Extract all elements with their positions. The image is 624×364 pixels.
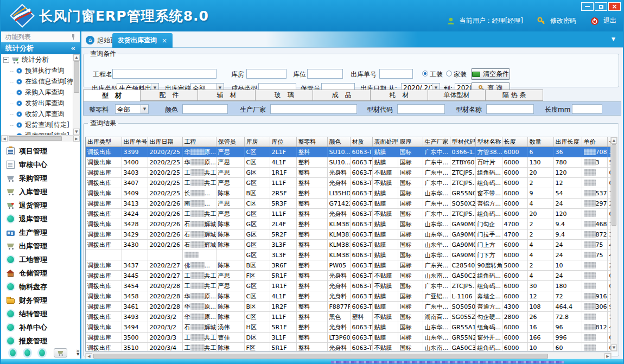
- scroll-up-icon[interactable]: ▲: [73, 54, 80, 61]
- tree-item[interactable]: --采购入库查询: [1, 87, 73, 98]
- table-vertical-scrollbar[interactable]: ▲ ▼: [610, 137, 617, 352]
- maximize-button[interactable]: [595, 2, 607, 11]
- tree-item[interactable]: --退库管理[待定]: [1, 130, 73, 135]
- material-tab-2[interactable]: 辅 材: [198, 90, 256, 101]
- length-input[interactable]: [572, 104, 602, 114]
- location-input[interactable]: [307, 69, 343, 79]
- table-row[interactable]: 调拨出库34542020/2/28工共工程严思G区1R1F整料光身料6063-T…: [86, 281, 612, 291]
- material-tab-3[interactable]: 玻 璃: [256, 90, 313, 101]
- radio-jiazhuang[interactable]: [446, 71, 452, 76]
- material-tab-6[interactable]: 单体型材: [428, 90, 486, 101]
- tree-item[interactable]: --预算执行查询: [1, 65, 73, 76]
- sidebar-module[interactable]: 结转管理: [1, 307, 80, 321]
- column-header[interactable]: 出库类型: [86, 137, 122, 147]
- column-header[interactable]: 库房: [244, 137, 270, 147]
- column-header[interactable]: 型材名称: [475, 137, 502, 147]
- table-row[interactable]: 调拨出库34132020/2/26南...严思C区5R3F整料G71422606…: [86, 199, 612, 209]
- table-row[interactable]: G区3L3F整料KLM38176063-T5贴膜国标山东华...GA90M09.…: [86, 250, 612, 260]
- table-row[interactable]: 调拨出库34372020/2/27佛...陈琳B区3R6F整料PW056063-…: [86, 260, 612, 271]
- table-row[interactable]: 调拨出库34932020/3/2华原...陈琳C区1L1F整料黑色塑料不贴膜国标…: [86, 312, 612, 322]
- scroll-down-icon[interactable]: ▼: [73, 129, 80, 135]
- column-header[interactable]: 出库日期: [148, 137, 182, 147]
- tree-horizontal-scrollbar[interactable]: ◀ ▶: [1, 135, 80, 142]
- table-row[interactable]: 调拨出库34942020/3/2石辉城汤伟H区5R1F整料光身料6063-T5贴…: [86, 322, 612, 333]
- scroll-right-icon[interactable]: ▶: [73, 136, 80, 142]
- whole-part-combo[interactable]: 全部▼: [115, 104, 149, 114]
- column-header[interactable]: 保管员: [216, 137, 244, 147]
- close-button[interactable]: ×: [608, 2, 621, 11]
- sidebar-module[interactable]: 退库管理: [1, 212, 80, 226]
- sidebar-module[interactable]: 生产管理: [1, 226, 80, 239]
- tree-item[interactable]: --退货查询[待定]: [1, 119, 73, 130]
- sidebar-module[interactable]: 入库管理: [1, 185, 80, 199]
- toolbar-dot-icon[interactable]: [39, 349, 45, 356]
- tree-hscroll-thumb[interactable]: [9, 136, 62, 141]
- toolbar-overflow-chevron[interactable]: »▼: [76, 349, 80, 356]
- order-no-input[interactable]: [379, 69, 413, 79]
- table-row[interactable]: 调拨出库35002020/3/3工共工程曹佳D区3L1F整料LT3P606063…: [86, 333, 612, 343]
- material-tab-5[interactable]: 耗 材: [371, 90, 428, 101]
- table-row[interactable]: 调拨出库35102020/3/4工共工程陈琳F区5R1F整料光身料6063-T5…: [86, 343, 612, 352]
- table-vscroll-thumb[interactable]: [612, 144, 616, 226]
- material-tab-4[interactable]: 成 品: [313, 90, 371, 101]
- column-header[interactable]: 库位: [270, 137, 296, 147]
- sidebar-module[interactable]: 财务管理: [1, 293, 80, 307]
- material-tab-7[interactable]: 隔 热 条: [486, 90, 543, 101]
- table-row[interactable]: 调拨出库34032020/2/25工共工程严思G区1R1F整料光身料6063-T…: [86, 168, 612, 178]
- column-header[interactable]: 出库长度: [553, 137, 582, 147]
- tab-shipment-query[interactable]: 发货出库查询 ×: [112, 33, 173, 48]
- table-row[interactable]: 调拨出库34582020/2/28华原...陈琳C区4L1F整料光身料6063-…: [86, 291, 612, 302]
- column-header[interactable]: 长度: [502, 137, 527, 147]
- sidebar-module[interactable]: 工地管理: [1, 253, 80, 266]
- column-header[interactable]: 工程: [182, 137, 216, 147]
- table-row[interactable]: 调拨出库34292020/2/26石辉城陈琳G区5R2F整料KLM3817606…: [86, 229, 612, 240]
- column-header[interactable]: 颜色: [327, 137, 350, 147]
- tree-vertical-scrollbar[interactable]: ▲ ▼: [73, 54, 80, 135]
- sidebar-module[interactable]: 物料盘存: [1, 280, 80, 293]
- project-name-input[interactable]: [112, 69, 217, 79]
- column-header[interactable]: 单价: [582, 137, 607, 147]
- profile-code-input[interactable]: [397, 104, 445, 114]
- column-header[interactable]: 生产厂家: [423, 137, 450, 147]
- material-tab-0[interactable]: 型 材: [83, 90, 141, 101]
- tree-vscroll-thumb[interactable]: [74, 61, 79, 93]
- column-header[interactable]: 型材代码: [450, 137, 475, 147]
- tab-close-icon[interactable]: ×: [162, 37, 167, 44]
- column-header[interactable]: 整零料: [296, 137, 327, 147]
- manufacturer-input[interactable]: [270, 104, 357, 114]
- warehouse-input[interactable]: [246, 69, 286, 79]
- sidebar-module[interactable]: 报废管理: [1, 334, 80, 348]
- toolbar-dot-icon[interactable]: [10, 349, 16, 356]
- scroll-up-icon[interactable]: ▲: [611, 137, 617, 144]
- sidebar-module[interactable]: 采购管理: [1, 171, 80, 185]
- column-header[interactable]: 膜厚: [398, 137, 423, 147]
- table-hscroll-thumb[interactable]: [93, 354, 548, 359]
- radio-gongzhuang[interactable]: [422, 71, 428, 76]
- sidebar-module[interactable]: 出库管理: [1, 239, 80, 253]
- sidebar-module[interactable]: 退货管理: [1, 199, 80, 212]
- collapse-icon[interactable]: «: [71, 42, 75, 54]
- column-header[interactable]: 数量: [527, 137, 553, 147]
- scroll-left-icon[interactable]: ◀: [1, 136, 8, 142]
- clear-conditions-button[interactable]: 清空条件: [471, 68, 510, 80]
- table-row[interactable]: 调拨出库34452020/2/27工共工程严思F区5R1F整料光身料6063-T…: [86, 271, 612, 281]
- tree-item[interactable]: --在途信息查询[待: [1, 76, 73, 87]
- tab-list-dropdown-icon[interactable]: ▼: [612, 36, 615, 42]
- column-header[interactable]: 表面处理: [372, 137, 398, 147]
- toolbar-cart-button[interactable]: [54, 348, 68, 357]
- column-header[interactable]: 材质: [350, 137, 372, 147]
- pin-icon[interactable]: [71, 34, 75, 40]
- scroll-down-icon[interactable]: ▼: [611, 344, 617, 351]
- minimize-button[interactable]: [581, 2, 594, 11]
- logout-link[interactable]: 退出: [603, 16, 616, 25]
- sidebar-module[interactable]: 审核中心: [1, 158, 80, 171]
- sidebar-section-header[interactable]: 统计分析 «: [1, 42, 80, 54]
- tree-item[interactable]: --发货出库查询: [1, 98, 73, 108]
- table-row[interactable]: 调拨出库34072020/2/25工共工程严思G区1L1F整料光身料6063-T…: [86, 178, 612, 188]
- sidebar-module[interactable]: 项目管理: [1, 144, 80, 158]
- color-input[interactable]: [182, 104, 228, 114]
- toolbar-dot-icon[interactable]: [24, 349, 30, 356]
- table-row[interactable]: 调拨出库34002020/2/25华原...严思C区4L1F整料SU10...6…: [86, 157, 612, 168]
- change-password-link[interactable]: 修改密码: [550, 16, 576, 25]
- table-row[interactable]: 调拨出库34282020/2/26石辉城陈琳G区2L4F整料KLM3817606…: [86, 219, 612, 229]
